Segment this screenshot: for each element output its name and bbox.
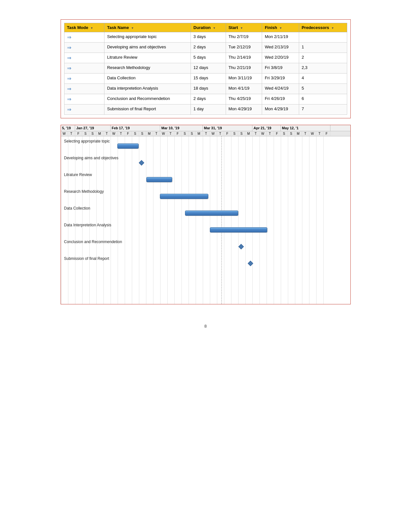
task-finish-cell: Wed 2/13/19: [262, 43, 299, 53]
gantt-bar: [117, 143, 139, 149]
gantt-period-label: Apr 21, '19: [252, 125, 281, 131]
gantt-grid-line: [118, 136, 118, 304]
task-pred-cell: 4: [299, 74, 347, 84]
gantt-day-label: M: [196, 131, 203, 136]
task-name-cell: Conclusion and Recommendetion: [104, 94, 191, 104]
gantt-day-header: WTFSSMTWTFSSMTWTFSSMTWTFSSMTWTFSSMTWTF: [61, 131, 350, 136]
gantt-grid-line: [125, 136, 125, 304]
gantt-task-label: Selecting appropriate topic: [64, 139, 110, 143]
col-header-mode[interactable]: Task Mode ▼: [64, 23, 104, 32]
gantt-day-label: S: [181, 131, 189, 136]
gantt-day-label: S: [189, 131, 196, 136]
gantt-grid-line: [181, 136, 182, 304]
gantt-grid-line: [309, 136, 309, 304]
task-mode-icon: ⇒: [67, 106, 71, 113]
gantt-grid-line: [111, 136, 111, 304]
gantt-day-label: W: [259, 131, 267, 136]
task-start-cell: Mon 4/1/19: [226, 84, 262, 94]
col-header-pred[interactable]: Predecessors ▼: [299, 23, 347, 32]
task-mode-icon: ⇒: [67, 65, 71, 71]
task-pred-cell: 2: [299, 53, 347, 63]
task-finish-cell: Mon 4/29/19: [262, 104, 299, 115]
gantt-grid-line: [302, 136, 302, 304]
task-duration-cell: 15 days: [191, 74, 226, 84]
gantt-period-label: Mar 10, '19: [160, 125, 203, 131]
gantt-day-label: W: [111, 131, 118, 136]
task-mode-icon: ⇒: [67, 96, 71, 102]
gantt-task-label: Data Interpretetion Analysis: [64, 223, 112, 227]
task-pred-cell: 5: [299, 84, 347, 94]
task-mode-cell: ⇒: [64, 43, 104, 53]
gantt-day-label: T: [167, 131, 174, 136]
gantt-grid-line: [75, 136, 75, 304]
gantt-grid-line: [61, 136, 61, 304]
gantt-day-label: T: [316, 131, 323, 136]
gantt-day-label: T: [118, 131, 125, 136]
task-mode-cell: ⇒: [64, 32, 104, 43]
gantt-day-label: T: [68, 131, 75, 136]
gantt-task-label: Research Methodology: [64, 189, 104, 194]
task-mode-cell: ⇒: [64, 84, 104, 94]
task-duration-cell: 3 days: [191, 32, 226, 43]
gantt-chart: 5, '19Jan 27, '19Feb 17, '19Mar 10, '19M…: [61, 125, 351, 304]
task-pred-cell: 6: [299, 94, 347, 104]
gantt-day-label: T: [302, 131, 309, 136]
task-pred-cell: 1: [299, 43, 347, 53]
task-duration-cell: 18 days: [191, 84, 226, 94]
table-row: ⇒Litrature Review5 daysThu 2/14/19Wed 2/…: [64, 53, 347, 63]
col-header-name[interactable]: Task Name ▼: [104, 23, 191, 32]
gantt-day-label: F: [174, 131, 181, 136]
task-start-cell: Thu 2/21/19: [226, 63, 262, 74]
gantt-day-label: F: [274, 131, 281, 136]
gantt-grid-line: [288, 136, 288, 304]
col-header-finish[interactable]: Finish ▼: [262, 23, 299, 32]
task-finish-cell: Wed 2/20/19: [262, 53, 299, 63]
col-header-start[interactable]: Start ▼: [226, 23, 262, 32]
table-row: ⇒Data Collection15 daysMon 3/11/19Fri 3/…: [64, 74, 347, 84]
task-start-cell: Thu 4/25/19: [226, 94, 262, 104]
table-row: ⇒Data interpretetion Analysis18 daysMon …: [64, 84, 347, 94]
task-duration-cell: 12 days: [191, 63, 226, 74]
task-start-cell: Mon 4/29/19: [226, 104, 262, 115]
task-name-cell: Selecting appropriate topic: [104, 32, 191, 43]
gantt-day-label: M: [96, 131, 103, 136]
task-name-cell: Litrature Review: [104, 53, 191, 63]
gantt-grid-line: [203, 136, 203, 304]
task-start-cell: Thu 2/14/19: [226, 53, 262, 63]
task-mode-icon: ⇒: [67, 34, 71, 40]
task-mode-cell: ⇒: [64, 104, 104, 115]
gantt-grid-line: [96, 136, 97, 304]
gantt-day-label: W: [309, 131, 316, 136]
task-table-container: Task Mode ▼ Task Name ▼ Duration ▼ Start…: [61, 19, 351, 118]
gantt-bar: [185, 211, 238, 216]
table-row: ⇒Developing aims and objectives2 daysTue…: [64, 43, 347, 53]
task-mode-cell: ⇒: [64, 94, 104, 104]
gantt-grid-line: [252, 136, 253, 304]
gantt-day-label: W: [61, 131, 68, 136]
gantt-period-label: May 12, '1: [281, 125, 330, 131]
col-header-duration[interactable]: Duration ▼: [191, 23, 226, 32]
task-mode-icon: ⇒: [67, 44, 71, 51]
gantt-day-label: S: [281, 131, 288, 136]
gantt-grid-line: [153, 136, 153, 304]
task-name-cell: Submission of final Report: [104, 104, 191, 115]
gantt-day-label: S: [132, 131, 139, 136]
task-mode-cell: ⇒: [64, 74, 104, 84]
task-finish-cell: Fri 4/26/19: [262, 94, 299, 104]
task-finish-cell: Mon 2/11/19: [262, 32, 299, 43]
gantt-period-header: 5, '19Jan 27, '19Feb 17, '19Mar 10, '19M…: [61, 125, 350, 131]
gantt-day-label: T: [267, 131, 274, 136]
task-name-cell: Data interpretetion Analysis: [104, 84, 191, 94]
task-duration-cell: 2 days: [191, 94, 226, 104]
gantt-task-label: Conclusion and Recommendetion: [64, 240, 122, 244]
task-pred-cell: 7: [299, 104, 347, 115]
gantt-task-label: Data Collection: [64, 206, 90, 211]
gantt-grid-line: [224, 136, 224, 304]
gantt-day-label: M: [245, 131, 252, 136]
gantt-day-label: S: [139, 131, 146, 136]
gantt-grid-line: [196, 136, 196, 304]
table-row: ⇒Submission of final Report1 dayMon 4/29…: [64, 104, 347, 115]
gantt-day-label: M: [295, 131, 302, 136]
gantt-grid-line: [323, 136, 324, 304]
gantt-day-label: T: [153, 131, 160, 136]
